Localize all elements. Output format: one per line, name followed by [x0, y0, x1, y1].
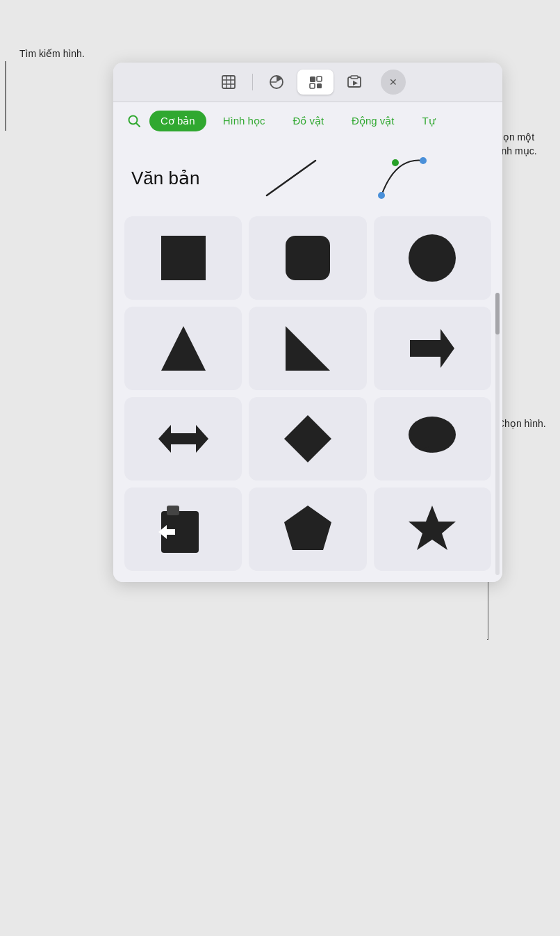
- text-shape-label: Văn bản: [131, 168, 199, 189]
- shape-rounded-rect[interactable]: [249, 216, 366, 300]
- svg-point-29: [409, 417, 456, 453]
- scrollbar-track[interactable]: [495, 293, 500, 575]
- svg-line-17: [267, 161, 315, 195]
- tab-media[interactable]: [336, 70, 372, 95]
- tab-table[interactable]: [211, 70, 247, 95]
- category-do-vat[interactable]: Đồ vật: [281, 111, 335, 131]
- tab-chart[interactable]: [258, 70, 295, 95]
- svg-rect-10: [310, 83, 315, 88]
- category-hinh-hoc[interactable]: Hình học: [212, 111, 277, 131]
- svg-rect-11: [317, 83, 322, 88]
- close-icon: ✕: [389, 76, 397, 88]
- shape-star[interactable]: [374, 487, 491, 571]
- shape-diamond[interactable]: [249, 397, 366, 481]
- svg-marker-24: [161, 326, 206, 371]
- svg-point-15: [129, 116, 138, 124]
- shape-triangle-right[interactable]: [249, 307, 366, 390]
- shape-speech-bubble[interactable]: [374, 397, 491, 481]
- svg-point-20: [378, 192, 385, 199]
- shape-pentagon[interactable]: [249, 487, 366, 571]
- callout-shape: Chọn hình.: [497, 417, 553, 431]
- curve-shape[interactable]: [347, 147, 458, 209]
- svg-point-19: [420, 157, 427, 164]
- svg-marker-28: [284, 415, 331, 462]
- category-tu[interactable]: Tự: [411, 111, 446, 131]
- shape-triangle-iso[interactable]: [124, 307, 242, 390]
- shapes-panel: ✕ Cơ bản Hình học Đồ vật Động vật: [113, 63, 502, 582]
- shape-square[interactable]: [124, 216, 242, 300]
- svg-marker-34: [284, 506, 331, 550]
- shapes-grid: [124, 216, 491, 571]
- toolbar: ✕: [113, 63, 502, 102]
- svg-rect-9: [317, 76, 322, 81]
- svg-rect-13: [351, 76, 358, 79]
- toolbar-divider-1: [252, 74, 253, 90]
- shape-tab[interactable]: [124, 487, 242, 571]
- close-button[interactable]: ✕: [381, 70, 406, 95]
- svg-marker-27: [158, 425, 208, 453]
- svg-point-18: [392, 159, 399, 166]
- shape-arrow-both[interactable]: [124, 397, 242, 481]
- svg-rect-32: [167, 506, 179, 515]
- svg-marker-35: [409, 506, 456, 550]
- svg-marker-25: [286, 326, 330, 371]
- outer-container: Tìm kiếm hình. Chọn một danh mục. Chọn h…: [0, 28, 560, 936]
- svg-line-16: [137, 124, 140, 127]
- svg-marker-14: [353, 81, 358, 86]
- callout-search: Tìm kiếm hình.: [19, 47, 85, 61]
- scrollbar-thumb[interactable]: [495, 293, 500, 334]
- shape-arrow-right[interactable]: [374, 307, 491, 390]
- svg-rect-8: [310, 76, 315, 82]
- svg-rect-1: [222, 76, 235, 88]
- category-co-ban[interactable]: Cơ bản: [149, 111, 206, 131]
- search-icon-area[interactable]: [124, 111, 144, 131]
- line-shape[interactable]: [236, 147, 347, 209]
- svg-marker-26: [410, 329, 454, 368]
- category-dong-vat[interactable]: Động vật: [340, 111, 405, 131]
- tab-shape[interactable]: [297, 70, 333, 95]
- shapes-area: Văn bản: [113, 140, 502, 582]
- text-shape[interactable]: Văn bản: [124, 147, 236, 209]
- category-bar: Cơ bản Hình học Đồ vật Động vật Tự: [113, 102, 502, 140]
- shape-circle[interactable]: [374, 216, 491, 300]
- svg-point-23: [409, 234, 456, 282]
- svg-rect-22: [286, 236, 330, 280]
- svg-rect-21: [161, 236, 206, 280]
- special-row: Văn bản: [124, 147, 491, 209]
